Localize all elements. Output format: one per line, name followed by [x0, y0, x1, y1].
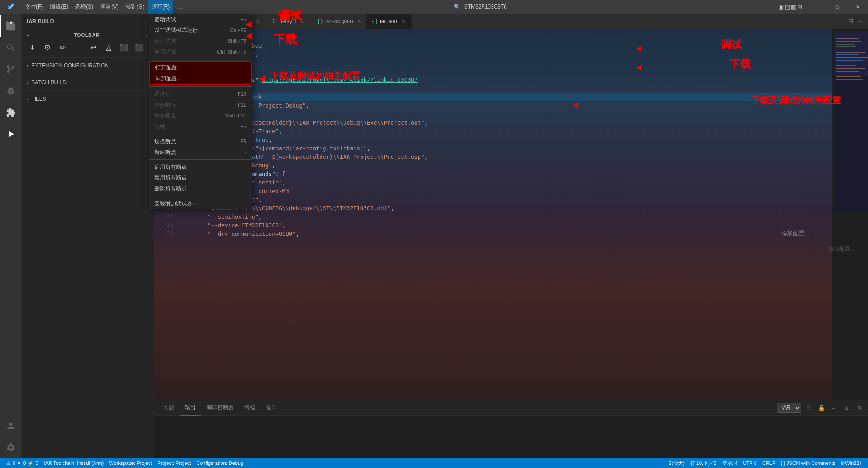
toolbar-btn-1[interactable]: ⬇ — [25, 41, 39, 54]
menu-open-config[interactable]: 打开配置 — [150, 62, 251, 73]
layout-icon-2[interactable]: ▤ — [785, 4, 790, 10]
tab-end-btns: ⊟ ··· — [844, 14, 868, 29]
menu-sep-1 — [149, 59, 252, 59]
panel-collapse-btn[interactable]: ∧ — [842, 403, 852, 413]
close-btn[interactable]: ✕ — [847, 0, 868, 14]
panel-list-btn[interactable]: ☰ — [804, 403, 814, 413]
tab-close-2[interactable]: × — [256, 18, 259, 25]
menu-label-add-config: 添加配置... — [155, 75, 181, 82]
menu-delete-all-breakpoints[interactable]: 删除所有断点 — [149, 183, 252, 194]
menu-shortcut-toggle-breakpoint: F9 — [240, 139, 246, 144]
info-icon: ⚡ — [27, 460, 34, 466]
tab-close-4[interactable]: × — [357, 18, 361, 25]
menu-install-debugger[interactable]: 安装附加调试器... — [149, 198, 252, 209]
chevron-right-icon: › — [27, 63, 28, 68]
panel-tab-debug-console[interactable]: 调试控制台 — [201, 400, 239, 416]
menu-toggle-breakpoint[interactable]: 切换断点 F9 — [149, 136, 252, 147]
status-encoding[interactable]: UTF-8 — [740, 458, 760, 468]
sidebar-more-btn[interactable]: ··· — [144, 18, 149, 25]
menu-more[interactable]: … — [173, 0, 186, 14]
status-zoom[interactable]: $(放大) — [666, 458, 687, 468]
activity-debug[interactable] — [0, 80, 22, 102]
activity-extensions[interactable] — [0, 102, 22, 123]
panel-close-btn[interactable]: ✕ — [854, 403, 864, 413]
menu-disable-all-breakpoints[interactable]: 禁用所有断点 — [149, 172, 252, 183]
layout-icons: ▣ ▤ ▦ ⊞ — [775, 4, 806, 10]
activity-settings[interactable] — [0, 436, 22, 458]
status-toolchain[interactable]: IAR Toolchain: Install (Arm) — [41, 458, 106, 468]
panel-more-btn[interactable]: ··· — [829, 403, 839, 413]
tab-close-5[interactable]: × — [402, 18, 405, 25]
activity-source-control[interactable] — [0, 58, 22, 80]
menu-new-breakpoint[interactable]: 新建断点 › — [149, 147, 252, 158]
panel-tab-output[interactable]: 输出 — [180, 400, 201, 416]
status-position[interactable]: 行 10, 列 45 — [687, 458, 719, 468]
toolbar-btn-8[interactable]: ⬛ — [132, 41, 146, 54]
menu-file[interactable]: 文件(F) — [22, 0, 46, 14]
menu-goto[interactable]: 转到(G) — [122, 0, 148, 14]
activity-accounts[interactable] — [0, 415, 22, 436]
activity-run-debug[interactable] — [0, 123, 22, 145]
menu-edit[interactable]: 编辑(E) — [46, 0, 72, 14]
panel-lock-btn[interactable]: 🔒 — [817, 403, 827, 413]
menu-label-run-without-debug: 以非调试模式运行 — [154, 27, 198, 34]
minimize-btn[interactable]: ─ — [806, 0, 827, 14]
status-project[interactable]: Project: Project — [155, 458, 194, 468]
code-line — [177, 84, 832, 93]
panel-tabs: 问题 输出 调试控制台 终端 端口 IAR ☰ 🔒 ··· ∧ ✕ — [154, 400, 868, 416]
toolbar-btn-3[interactable]: ✏ — [56, 41, 69, 54]
sidebar-files[interactable]: › FILES — [22, 94, 154, 104]
code-line: "monitor reset cortex-M3", — [177, 187, 832, 195]
panel-tab-terminal[interactable]: 终端 — [239, 400, 261, 416]
menu-enable-all-breakpoints[interactable]: 启用所有断点 — [149, 162, 252, 172]
layout-icon-3[interactable]: ▦ — [791, 4, 796, 10]
sidebar-ext-config[interactable]: › EXTENSION CONFIGURATION — [22, 60, 154, 71]
status-config[interactable]: Configuration: Debug — [194, 458, 246, 468]
menu-select[interactable]: 选择(S) — [72, 0, 97, 14]
panel-tab-ports[interactable]: 端口 — [261, 400, 282, 416]
tab-iar-vsc-json[interactable]: { } iar-vsc.json × — [312, 14, 367, 29]
status-spaces[interactable]: 空格: 4 — [719, 458, 740, 468]
warning-icon: ✕ — [17, 460, 21, 466]
sidebar-title: IAR BUILD — [27, 18, 54, 24]
toolbar-btn-4[interactable]: □ — [71, 41, 85, 54]
svg-point-0 — [7, 71, 9, 73]
status-errors[interactable]: ⚠ 0 ✕ 0 ⚡ 0 — [4, 458, 41, 468]
status-workspace[interactable]: Workspace: Project — [106, 458, 154, 468]
menu-label-stop-debug: 停止调试 — [154, 37, 176, 45]
code-content[interactable]: "type": "cortex-debug", "request": "laun… — [177, 29, 832, 400]
menu-sep-2 — [149, 86, 252, 87]
layout-icon-1[interactable]: ▣ — [778, 4, 784, 10]
sidebar-batch-build[interactable]: › BATCH BUILD — [22, 77, 154, 88]
panel-tab-problems[interactable]: 问题 — [158, 400, 180, 416]
toolbar-btn-5[interactable]: ↩ — [86, 41, 100, 54]
activity-explorer[interactable] — [0, 15, 22, 37]
status-eol[interactable]: CRLF — [760, 458, 778, 468]
status-notifications[interactable]: ⚙Win32↑ — [838, 458, 864, 468]
status-language[interactable]: { } JSON with Comments — [778, 458, 838, 468]
toolbar-btn-6[interactable]: △ — [102, 41, 115, 54]
toolbar-more-btn[interactable]: ··· — [144, 32, 149, 38]
toolbar-btn-2[interactable]: ⚙ — [41, 41, 54, 54]
menu-shortcut-step-over: F10 — [238, 91, 246, 97]
code-line: "toolchainPrefix": "${command:iar-config… — [177, 144, 832, 153]
open-add-config-group: 打开配置 添加配置... — [149, 61, 252, 85]
more-tabs-btn[interactable]: ··· — [856, 16, 866, 26]
menu-add-config[interactable]: 添加配置... — [150, 73, 251, 84]
split-editor-btn[interactable]: ⊟ — [845, 16, 855, 26]
menu-view[interactable]: 查看(V) — [97, 0, 122, 14]
layout-icon-4[interactable]: ⊞ — [797, 4, 802, 10]
menu-label-enable-all-breakpoints: 启用所有断点 — [154, 163, 187, 171]
toolbar-btn-7[interactable]: ⬛ — [117, 41, 131, 54]
activity-search[interactable] — [0, 37, 22, 58]
menu-start-debug[interactable]: 启动调试 F5 — [149, 14, 252, 25]
toolbar-header[interactable]: ▾ TOOLBAR ··· — [22, 31, 154, 39]
panel-select[interactable]: IAR — [777, 403, 801, 413]
menu-step-over: 逐过程 F10 — [149, 89, 252, 99]
menu-run[interactable]: 运行(R) — [148, 0, 174, 14]
menu-run-without-debug[interactable]: 以非调试模式运行 Ctrl+F5 — [149, 25, 252, 36]
tab-label-4: iar-vsc.json — [326, 18, 353, 24]
tab-iar-json[interactable]: { } iar.json × — [367, 14, 412, 29]
title-text: STM32F103C8T6 — [464, 4, 507, 10]
maximize-btn[interactable]: □ — [827, 0, 847, 14]
